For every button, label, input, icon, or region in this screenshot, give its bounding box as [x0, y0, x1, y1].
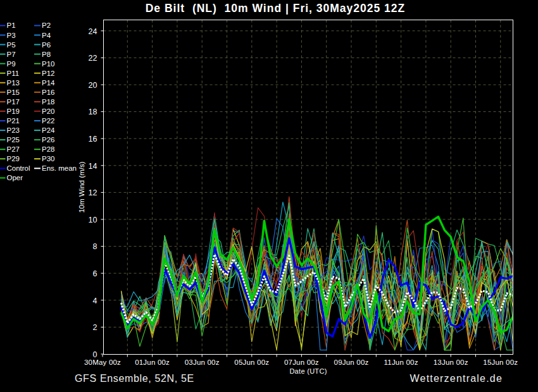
svg-text:P26: P26 [42, 136, 54, 144]
svg-text:P11: P11 [7, 70, 20, 77]
svg-text:P6: P6 [42, 41, 51, 49]
svg-text:De Bilt (NL) 10m Wind | Fri,: De Bilt (NL) 10m Wind | Fri, 30May2025 1… [146, 2, 406, 15]
svg-text:09Jun 00z: 09Jun 00z [334, 358, 369, 366]
svg-text:P20: P20 [42, 107, 54, 115]
svg-text:07Jun 00z: 07Jun 00z [284, 358, 319, 366]
svg-text:Date (UTC): Date (UTC) [289, 367, 327, 375]
svg-text:P10: P10 [42, 60, 54, 68]
svg-text:P22: P22 [42, 117, 54, 125]
svg-text:P13: P13 [7, 79, 20, 87]
svg-text:10m Wind (m/s): 10m Wind (m/s) [78, 161, 85, 212]
svg-text:11Jun 00z: 11Jun 00z [384, 358, 418, 366]
svg-text:P1: P1 [7, 21, 16, 29]
svg-text:P24: P24 [42, 126, 55, 134]
svg-text:P17: P17 [7, 98, 20, 106]
svg-text:30May 00z: 30May 00z [84, 358, 121, 366]
svg-text:14: 14 [89, 162, 97, 171]
svg-text:24: 24 [89, 27, 97, 36]
svg-text:P9: P9 [7, 60, 16, 68]
svg-text:15Jun 00z: 15Jun 00z [483, 358, 518, 366]
svg-text:P16: P16 [42, 89, 54, 96]
svg-text:20: 20 [89, 81, 97, 90]
svg-text:P14: P14 [42, 79, 55, 87]
svg-text:10: 10 [89, 216, 97, 224]
svg-text:P19: P19 [7, 107, 20, 115]
svg-text:P18: P18 [42, 98, 54, 106]
svg-text:P15: P15 [7, 89, 20, 96]
svg-text:P7: P7 [7, 51, 16, 58]
svg-text:0: 0 [93, 350, 97, 359]
svg-text:03Jun 00z: 03Jun 00z [185, 358, 220, 366]
svg-text:P8: P8 [42, 51, 51, 58]
svg-text:P27: P27 [7, 145, 20, 153]
svg-text:Ens. mean: Ens. mean [42, 164, 77, 172]
svg-text:01Jun 00z: 01Jun 00z [135, 358, 170, 366]
svg-text:16: 16 [89, 135, 97, 144]
svg-text:P3: P3 [7, 32, 16, 39]
svg-text:12: 12 [89, 188, 97, 197]
svg-text:4: 4 [93, 297, 97, 305]
svg-text:2: 2 [93, 323, 97, 332]
svg-text:18: 18 [89, 107, 97, 116]
svg-text:Wetterzentrale.de: Wetterzentrale.de [410, 373, 503, 384]
svg-text:P12: P12 [42, 70, 54, 77]
svg-text:P2: P2 [42, 21, 51, 29]
svg-text:13Jun 00z: 13Jun 00z [434, 358, 468, 366]
svg-text:Oper: Oper [7, 174, 23, 181]
svg-text:P5: P5 [7, 41, 16, 49]
svg-text:P25: P25 [7, 136, 20, 144]
svg-text:05Jun 00z: 05Jun 00z [234, 358, 269, 366]
svg-text:Control: Control [7, 164, 30, 172]
svg-text:P4: P4 [42, 32, 51, 39]
svg-text:P21: P21 [7, 117, 20, 125]
svg-text:P30: P30 [42, 155, 54, 162]
svg-text:6: 6 [93, 269, 97, 278]
svg-text:P29: P29 [7, 155, 20, 162]
svg-text:8: 8 [93, 242, 97, 251]
svg-text:P23: P23 [7, 126, 20, 134]
svg-text:22: 22 [89, 54, 97, 63]
svg-text:GFS Ensemble, 52N, 5E: GFS Ensemble, 52N, 5E [75, 373, 194, 384]
svg-text:P28: P28 [42, 145, 54, 153]
